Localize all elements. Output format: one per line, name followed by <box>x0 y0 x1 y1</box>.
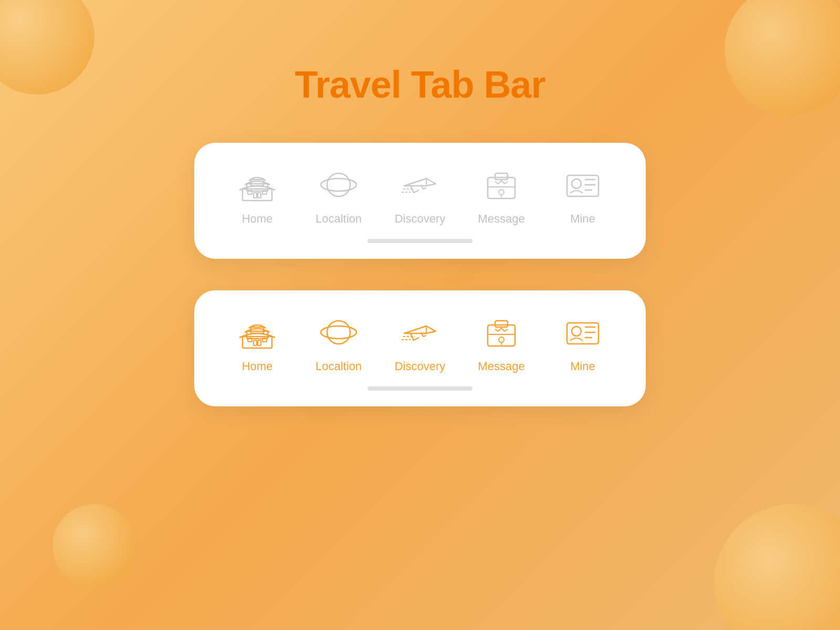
tab-message-active[interactable]: Message <box>470 311 533 373</box>
svg-point-16 <box>572 179 581 188</box>
svg-rect-1 <box>247 184 268 191</box>
tab-home-inactive[interactable]: Home <box>226 164 289 226</box>
tab-location-inactive-label: Localtion <box>316 212 362 226</box>
mine-icon <box>562 164 604 206</box>
tab-location-inactive[interactable]: Localtion <box>307 164 370 226</box>
inactive-tab-bar-card: Home Localtion <box>194 143 646 259</box>
svg-rect-32 <box>495 321 508 327</box>
decorative-circle-bottom-left <box>52 504 136 588</box>
message-icon-active <box>480 311 522 353</box>
tab-home-inactive-label: Home <box>242 212 273 226</box>
tab-discovery-inactive-label: Discovery <box>395 212 446 226</box>
tab-home-active[interactable]: Home <box>226 311 289 373</box>
active-tab-bar-card: Home Localtion <box>194 290 646 406</box>
svg-point-36 <box>572 327 581 336</box>
tab-message-active-label: Message <box>478 360 524 373</box>
svg-rect-23 <box>254 340 257 345</box>
svg-rect-4 <box>258 193 261 198</box>
active-tab-indicator <box>368 386 472 391</box>
tab-location-active-label: Localtion <box>316 360 362 373</box>
svg-point-14 <box>499 190 504 195</box>
tab-discovery-active-label: Discovery <box>395 360 446 373</box>
location-icon <box>318 164 360 206</box>
inactive-tab-indicator <box>368 239 472 243</box>
svg-rect-21 <box>247 331 268 339</box>
tab-mine-active[interactable]: Mine <box>551 311 614 373</box>
tab-discovery-inactive[interactable]: Discovery <box>388 164 452 226</box>
inactive-tab-items: Home Localtion <box>226 164 614 226</box>
svg-point-28 <box>321 326 356 339</box>
svg-rect-3 <box>254 193 257 198</box>
discovery-icon <box>399 164 441 206</box>
discovery-icon-active <box>399 311 441 353</box>
message-icon <box>480 164 522 206</box>
tab-mine-inactive[interactable]: Mine <box>551 164 614 226</box>
svg-rect-24 <box>258 340 261 345</box>
home-icon-active <box>236 311 278 353</box>
tab-message-inactive[interactable]: Message <box>470 164 533 226</box>
tab-location-active[interactable]: Localtion <box>307 311 370 373</box>
location-icon-active <box>318 311 360 353</box>
tab-mine-inactive-label: Mine <box>570 212 595 226</box>
active-tab-items: Home Localtion <box>226 311 614 373</box>
tab-message-inactive-label: Message <box>478 212 524 226</box>
svg-point-34 <box>499 337 504 342</box>
home-icon <box>236 164 278 206</box>
decorative-circle-bottom-right <box>714 504 840 630</box>
svg-point-7 <box>327 173 350 196</box>
tab-discovery-active[interactable]: Discovery <box>388 311 452 373</box>
svg-rect-12 <box>495 173 508 180</box>
tab-mine-active-label: Mine <box>570 360 595 373</box>
page-title: Travel Tab Bar <box>295 63 545 106</box>
svg-point-8 <box>321 178 356 191</box>
svg-point-27 <box>327 321 350 344</box>
tab-home-active-label: Home <box>242 360 273 373</box>
mine-icon-active <box>562 311 604 353</box>
